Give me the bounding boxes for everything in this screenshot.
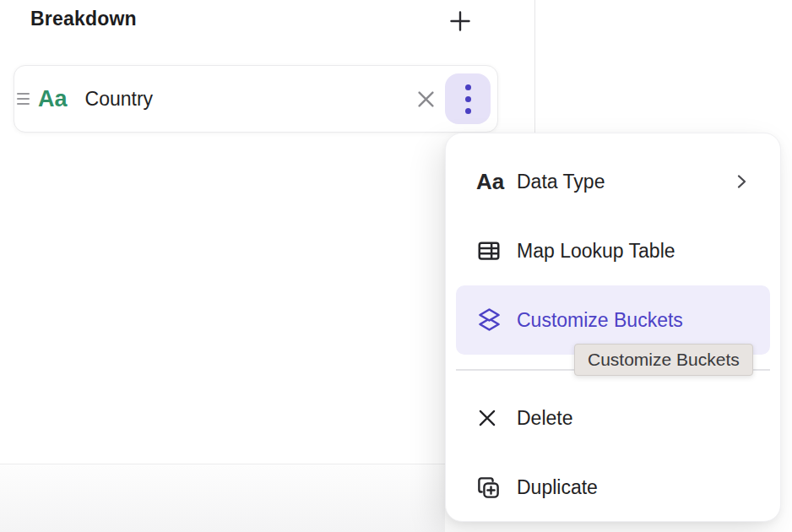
plus-icon: [448, 9, 472, 33]
menu-item-delete[interactable]: Delete: [446, 383, 780, 453]
menu-item-label: Map Lookup Table: [517, 240, 675, 263]
field-options-menu: Aa Data Type Map Lookup Table Customize …: [445, 133, 781, 522]
stack-icon: [476, 307, 505, 334]
menu-item-map-lookup-table[interactable]: Map Lookup Table: [446, 216, 780, 285]
menu-item-label: Duplicate: [517, 476, 598, 499]
menu-item-label: Customize Buckets: [517, 309, 683, 332]
text-type-icon: Aa: [476, 171, 505, 193]
copy-plus-icon: [476, 475, 505, 500]
remove-field-button[interactable]: [409, 82, 442, 116]
breakdown-field-card: Aa Country: [14, 65, 498, 133]
menu-item-data-type[interactable]: Aa Data Type: [446, 147, 780, 216]
menu-item-label: Data Type: [517, 171, 605, 193]
menu-item-duplicate[interactable]: Duplicate: [446, 453, 780, 522]
close-icon: [415, 88, 437, 111]
add-button[interactable]: [441, 2, 480, 41]
x-icon: [476, 407, 505, 429]
page-title: Breakdown: [30, 8, 137, 30]
drag-handle-icon[interactable]: [17, 93, 31, 105]
panel-divider: [534, 0, 535, 133]
panel-footer: [0, 464, 445, 532]
table-icon: [476, 238, 505, 263]
field-options-button[interactable]: [445, 73, 491, 124]
field-type-icon: Aa: [38, 88, 68, 111]
chevron-right-icon: [731, 171, 751, 192]
menu-item-label: Delete: [517, 407, 572, 430]
tooltip: Customize Buckets: [574, 344, 753, 376]
field-name: Country: [85, 88, 154, 111]
